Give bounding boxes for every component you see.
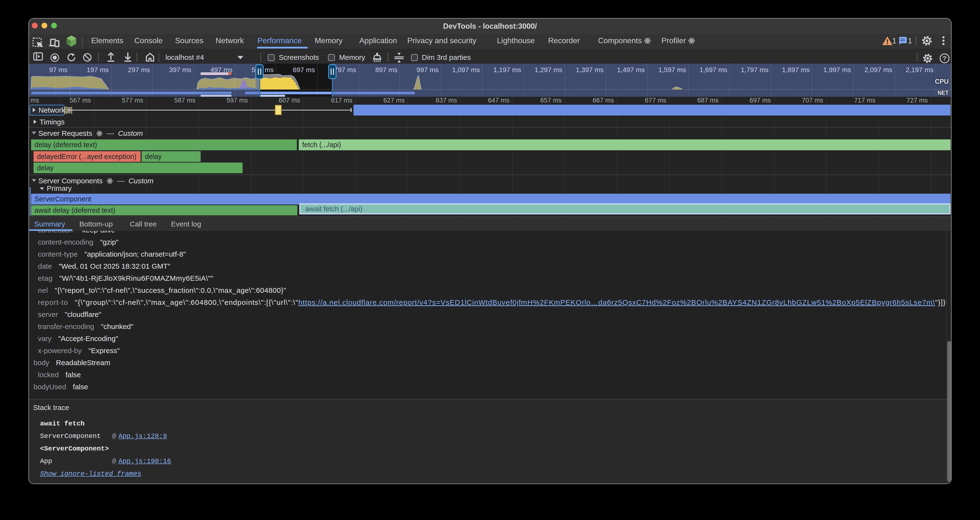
svg-text:?: ? — [943, 55, 947, 62]
